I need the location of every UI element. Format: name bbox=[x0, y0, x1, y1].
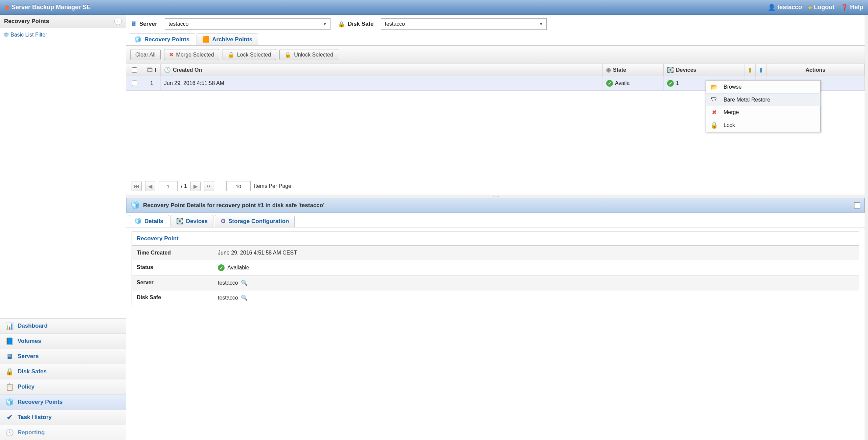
nav-item-recovery-points[interactable]: 🧊 Recovery Points bbox=[0, 395, 126, 410]
nav-item-policy[interactable]: 📋 Policy bbox=[0, 379, 126, 395]
horizontal-splitter[interactable]: ⋯⋯ bbox=[126, 195, 865, 198]
col-state[interactable]: ◉ State bbox=[603, 64, 664, 76]
merge-icon: ✖ bbox=[710, 109, 718, 116]
sidebar-panel-header: Recovery Points ‹ bbox=[0, 15, 126, 28]
pager-next-button[interactable]: ▶ bbox=[190, 181, 201, 191]
menu-item-merge[interactable]: ✖ Merge bbox=[706, 106, 820, 119]
col-devices[interactable]: 💽 Devices bbox=[664, 64, 745, 76]
recovery-points-icon: 🧊 bbox=[5, 398, 14, 406]
volumes-icon: 📘 bbox=[5, 337, 14, 345]
button-label: Unlock Selected bbox=[294, 52, 333, 58]
status-ok-icon: ✓ bbox=[606, 80, 613, 87]
server-filter-label: 🖥 Server bbox=[131, 21, 157, 27]
merge-selected-button[interactable]: ✖ Merge Selected bbox=[164, 49, 219, 60]
pager-first-button[interactable]: ⏮ bbox=[132, 181, 142, 191]
clear-all-button[interactable]: Clear All bbox=[130, 49, 161, 60]
archive-points-icon: 🟧 bbox=[202, 36, 209, 43]
nav-item-disk-safes[interactable]: 🔒 Disk Safes bbox=[0, 364, 126, 379]
tree-item-basic-list-filter[interactable]: ⛃ Basic List Filter bbox=[3, 30, 123, 39]
nav-item-dashboard[interactable]: 📊 Dashboard bbox=[0, 318, 126, 334]
details-tabs: 🧊 Details 💽 Devices ⚙ Storage Configurat… bbox=[126, 215, 865, 227]
col-id[interactable]: 🗔 I bbox=[143, 64, 161, 76]
pager-prev-button[interactable]: ◀ bbox=[145, 181, 155, 191]
property-table: Recovery Point Time Created June 29, 201… bbox=[132, 232, 859, 305]
menu-item-browse[interactable]: 📂 Browse bbox=[706, 81, 820, 93]
unlock-selected-button[interactable]: 🔓 Unlock Selected bbox=[279, 49, 338, 60]
sidebar-panel-title: Recovery Points bbox=[4, 18, 49, 25]
nav-item-volumes[interactable]: 📘 Volumes bbox=[0, 334, 126, 349]
menu-item-label: Browse bbox=[724, 84, 741, 90]
row-checkbox[interactable] bbox=[132, 81, 137, 86]
col-created-on[interactable]: 🕓 Created On bbox=[161, 64, 603, 76]
select-all-checkbox[interactable] bbox=[132, 67, 137, 73]
maximize-button[interactable] bbox=[854, 202, 860, 208]
nav-item-reporting[interactable]: 🕓 Reporting bbox=[0, 425, 126, 440]
main-tabs: 🧊 Recovery Points 🟧 Archive Points bbox=[126, 33, 865, 46]
row-state: ✓ Availa bbox=[603, 76, 664, 90]
servers-icon: 🖥 bbox=[5, 352, 14, 360]
details-title: Recovery Point Details for recovery poin… bbox=[143, 202, 324, 209]
nav-label: Volumes bbox=[18, 338, 41, 345]
merge-icon: ✖ bbox=[169, 51, 174, 58]
disksafe-select[interactable]: testacco ▼ bbox=[381, 18, 547, 30]
pager-last-button[interactable]: ⏭ bbox=[204, 181, 214, 191]
prop-row-status: Status ✓ Available bbox=[132, 260, 859, 276]
user-link[interactable]: 👤 testacco bbox=[768, 4, 802, 11]
tab-label: Archive Points bbox=[212, 36, 252, 43]
lock-selected-button[interactable]: 🔒 Lock Selected bbox=[223, 49, 276, 60]
col-label: Created On bbox=[173, 67, 202, 73]
help-label: Help bbox=[850, 4, 863, 11]
tab-archive-points[interactable]: 🟧 Archive Points bbox=[197, 33, 258, 45]
app-logo-icon: ◆ bbox=[5, 4, 9, 11]
server-select-value: testacco bbox=[168, 21, 189, 27]
nav-item-servers[interactable]: 🖥 Servers bbox=[0, 349, 126, 364]
help-link[interactable]: ❓ Help bbox=[841, 4, 863, 11]
logout-icon: ⎆ bbox=[808, 4, 812, 11]
sidebar-tree: ⛃ Basic List Filter bbox=[0, 28, 126, 318]
devices-icon: 💽 bbox=[176, 218, 183, 225]
policy-icon: 📋 bbox=[5, 383, 14, 391]
tab-storage-config[interactable]: ⚙ Storage Configuration bbox=[215, 215, 295, 227]
menu-item-label: Bare Metal Restore bbox=[724, 97, 770, 103]
nav-label: Servers bbox=[18, 353, 39, 360]
devices-icon: 💽 bbox=[667, 67, 674, 73]
col-misc-2[interactable]: ▮ bbox=[756, 64, 767, 76]
nav-item-task-history[interactable]: ✔ Task History bbox=[0, 410, 126, 425]
tab-label: Storage Configuration bbox=[228, 218, 289, 225]
dashboard-icon: 📊 bbox=[5, 322, 14, 330]
prop-row-server: Server testacco 🔍 bbox=[132, 276, 859, 290]
pager-items-per-page-input[interactable] bbox=[226, 181, 251, 191]
clock-icon: 🕓 bbox=[164, 67, 171, 73]
unlock-icon: 🔓 bbox=[284, 51, 291, 58]
tab-detail-devices[interactable]: 💽 Devices bbox=[170, 215, 213, 227]
menu-item-lock[interactable]: 🔒 Lock bbox=[706, 119, 820, 132]
button-label: Merge Selected bbox=[176, 52, 214, 58]
tab-details[interactable]: 🧊 Details bbox=[129, 215, 169, 227]
details-panel-header: 🧊 Recovery Point Details for recovery po… bbox=[126, 198, 865, 213]
sidebar-nav: 📊 Dashboard 📘 Volumes 🖥 Servers 🔒 Disk S… bbox=[0, 318, 126, 440]
col-misc-1[interactable]: ▮ bbox=[745, 64, 756, 76]
nav-label: Task History bbox=[18, 414, 52, 421]
vertical-splitter[interactable]: ⋮ bbox=[865, 15, 868, 440]
tab-recovery-points[interactable]: 🧊 Recovery Points bbox=[129, 33, 195, 45]
recovery-points-icon: 🧊 bbox=[135, 36, 142, 43]
lock-icon: 🔒 bbox=[228, 51, 234, 58]
user-label: testacco bbox=[777, 4, 802, 11]
filter-icon: ⛃ bbox=[4, 31, 8, 38]
prop-key: Disk Safe bbox=[132, 290, 213, 305]
nav-label: Recovery Points bbox=[18, 399, 63, 405]
disksafe-icon: 🔒 bbox=[338, 21, 345, 28]
sidebar-collapse-button[interactable]: ‹ bbox=[114, 18, 122, 25]
browse-icon: 📂 bbox=[710, 83, 718, 91]
menu-item-bare-metal-restore[interactable]: 🛡 Bare Metal Restore bbox=[706, 93, 821, 106]
prop-val: June 29, 2016 4:51:58 AM CEST bbox=[213, 246, 859, 260]
server-select[interactable]: testacco ▼ bbox=[165, 18, 330, 30]
magnifier-icon[interactable]: 🔍 bbox=[241, 294, 248, 301]
magnifier-icon[interactable]: 🔍 bbox=[241, 280, 248, 286]
pager-page-input[interactable] bbox=[159, 181, 178, 191]
row-created: Jun 29, 2016 4:51:58 AM bbox=[161, 76, 603, 90]
logout-link[interactable]: ⎆ Logout bbox=[808, 4, 835, 11]
col-label: Devices bbox=[676, 67, 696, 73]
state-icon: ◉ bbox=[606, 67, 611, 73]
actions-context-menu: 📂 Browse 🛡 Bare Metal Restore ✖ Merge 🔒 … bbox=[706, 80, 821, 132]
